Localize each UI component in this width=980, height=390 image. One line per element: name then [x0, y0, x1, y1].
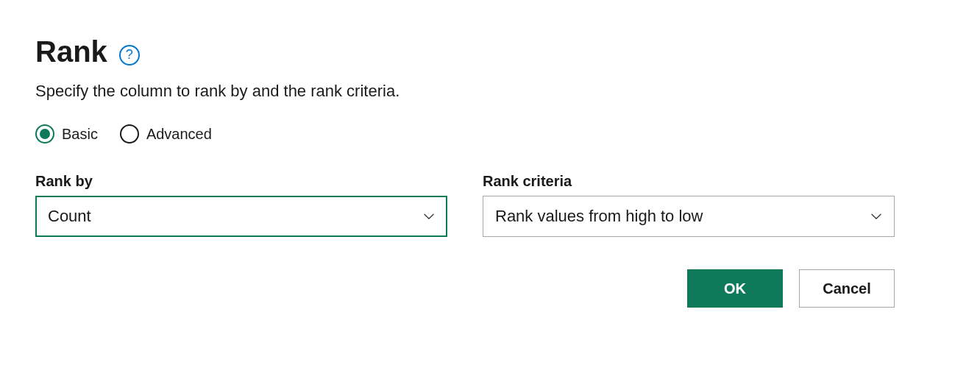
radio-button-icon [120, 124, 139, 143]
help-icon[interactable] [119, 45, 140, 65]
radio-basic[interactable]: Basic [35, 124, 98, 143]
rank-criteria-label: Rank criteria [483, 173, 895, 190]
rank-by-label: Rank by [35, 173, 447, 190]
page-title: Rank [35, 35, 107, 68]
mode-radio-group: Basic Advanced [35, 124, 945, 143]
radio-advanced[interactable]: Advanced [120, 124, 212, 143]
ok-button[interactable]: OK [687, 269, 783, 308]
rank-criteria-value: Rank values from high to low [495, 207, 703, 226]
chevron-down-icon [423, 210, 435, 222]
radio-button-icon [35, 124, 54, 143]
radio-advanced-label: Advanced [146, 126, 212, 143]
chevron-down-icon [870, 210, 882, 222]
rank-criteria-select[interactable]: Rank values from high to low [483, 196, 895, 237]
cancel-button[interactable]: Cancel [799, 269, 895, 308]
description-text: Specify the column to rank by and the ra… [35, 82, 945, 101]
rank-by-select[interactable]: Count [35, 196, 447, 237]
rank-by-value: Count [48, 207, 91, 226]
radio-basic-label: Basic [62, 126, 98, 143]
